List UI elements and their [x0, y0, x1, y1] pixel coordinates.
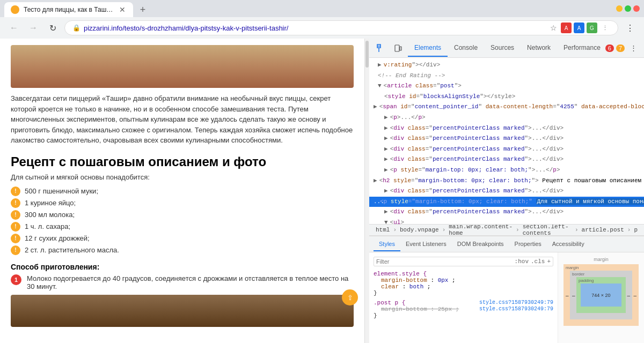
tree-row-selected[interactable]: ... <p style="margin-bottom: 0px; clear:…: [369, 197, 644, 207]
tab-styles[interactable]: Styles: [374, 237, 400, 251]
tab-performance[interactable]: Performance: [557, 40, 603, 57]
style-source-1[interactable]: style.css?1587930249:79: [479, 306, 553, 312]
lock-icon: 🔒: [72, 24, 80, 32]
extension-icon-3[interactable]: G: [587, 23, 597, 33]
breadcrumb-html[interactable]: html: [374, 226, 392, 234]
step-text-1: Молоко подогревается до 40 градусов, сое…: [27, 274, 354, 290]
food-image-bottom: [11, 295, 354, 327]
tree-row-p1[interactable]: ▶ <p>...</p>: [369, 113, 644, 123]
pseudo-filter-button[interactable]: :hov: [515, 258, 529, 265]
styles-panel: :hov .cls + element.style { margin-botto…: [369, 252, 558, 343]
style-block-post-p: .post p { style.css?1587930249:79 margin…: [374, 300, 553, 319]
tree-row-1[interactable]: ▶ v:rating"></div>: [369, 60, 644, 71]
new-tab-button[interactable]: +: [135, 2, 150, 17]
box-model-diagram: margin – – border – –: [564, 264, 639, 326]
filter-input[interactable]: [376, 258, 513, 265]
bookmark-icon[interactable]: ☆: [548, 23, 559, 33]
article-title: Рецепт с пошаговым описанием и фото: [11, 153, 354, 170]
tree-row-article[interactable]: ▼ <article class="post">: [369, 81, 644, 92]
devtools-menu-button[interactable]: ⋮: [627, 42, 640, 55]
inspect-element-button[interactable]: [374, 41, 389, 56]
error-badge: 6: [605, 44, 614, 52]
back-button[interactable]: ←: [6, 20, 21, 35]
step-1: 1 Молоко подогревается до 40 градусов, с…: [11, 274, 354, 290]
content-size: 744 × 20: [591, 293, 610, 298]
breadcrumb-body[interactable]: body.vnpage: [398, 226, 441, 234]
cls-filter-button[interactable]: .cls: [531, 258, 545, 265]
forward-button[interactable]: →: [26, 20, 41, 35]
ingredient-item: 1 куриное яйцо;: [11, 197, 354, 209]
webpage-content: Завсегдатаи сети пиццерий «Тaшир» давно …: [0, 39, 365, 343]
tab-close-button[interactable]: ✕: [118, 5, 127, 14]
tab-dom-breakpoints[interactable]: DOM Breakpoints: [452, 237, 509, 251]
method-title: Способ приготовления:: [11, 263, 354, 271]
tree-row-p-style1[interactable]: ▶ <p style="margin-top: 0px; clear: both…: [369, 165, 644, 176]
style-source-link[interactable]: style.css?1587930249:79: [479, 300, 553, 305]
extension-icon-1[interactable]: A: [561, 23, 572, 33]
tree-row-div6[interactable]: ▶ <div class="percentPointerClass marked…: [369, 207, 644, 218]
ingredient-icon-2: [11, 198, 20, 208]
reload-button[interactable]: ↻: [45, 20, 60, 35]
tab-event-listeners[interactable]: Event Listeners: [400, 237, 452, 251]
ingredient-icon-5: [11, 234, 20, 243]
margin-label: margin: [566, 265, 579, 270]
tree-row-style[interactable]: <style id="blocksAlignStyle"></style>: [369, 92, 644, 102]
tree-row-comment[interactable]: <!-- End Rating -->: [369, 71, 644, 81]
warning-badge: 7: [616, 44, 625, 52]
devtools-panel: Elements Console Sources Network Perform…: [369, 39, 644, 343]
tree-row-span[interactable]: ▶ <span id="content_pointer_id" data-con…: [369, 102, 644, 113]
minimize-button[interactable]: [616, 5, 623, 12]
tab-accessibility[interactable]: Accessibility: [547, 237, 590, 251]
svg-rect-3: [395, 45, 399, 51]
maximize-button[interactable]: [625, 5, 631, 12]
device-icon: [394, 44, 402, 53]
address-input[interactable]: 🔒 pizzarini.info/testo/s-drozhzhami/dlya…: [64, 20, 618, 35]
svg-rect-4: [400, 47, 401, 50]
breadcrumb-main[interactable]: main.wrap.content-home: [447, 224, 515, 236]
menu-button[interactable]: ⋮: [623, 20, 638, 35]
tree-row-div4[interactable]: ▶ <div class="percentPointerClass marked…: [369, 154, 644, 165]
extension-icon-2[interactable]: A: [574, 23, 584, 33]
elements-tree[interactable]: ▶ v:rating"></div> <!-- End Rating --> ▼…: [369, 58, 644, 224]
device-toggle-button[interactable]: [391, 41, 406, 56]
browser-window: Тесто для пиццы, как в Ташире ✕ + ← → ↻ …: [0, 0, 644, 343]
style-block-element: element.style { margin-bottom : 0px ; cl…: [374, 271, 553, 296]
breadcrumb-article[interactable]: article.post: [580, 226, 626, 234]
tab-console[interactable]: Console: [448, 40, 484, 57]
breadcrumb-p[interactable]: p: [632, 226, 640, 234]
ingredient-text-4: 1 ч. л. сахара;: [25, 222, 70, 230]
border-right-value: –: [627, 292, 630, 298]
breadcrumb-section[interactable]: section.left-contents: [521, 224, 574, 236]
padding-label: padding: [579, 278, 594, 283]
close-button[interactable]: [633, 5, 640, 12]
margin-box: margin – – border – –: [564, 264, 639, 326]
tab-properties[interactable]: Properties: [509, 237, 547, 251]
ingredient-icon-1: [11, 187, 20, 196]
add-style-button[interactable]: +: [547, 258, 551, 265]
webpage-scrollbar[interactable]: [365, 39, 369, 343]
tab-bar: Тесто для пиццы, как в Ташире ✕ +: [4, 0, 612, 17]
ingredient-icon-6: [11, 245, 20, 255]
style-selector-post-p: .post p {: [374, 300, 405, 306]
webpage-scrollbar-thumb[interactable]: [365, 41, 369, 68]
ingredient-text-2: 1 куриное яйцо;: [25, 199, 76, 207]
scroll-up-button[interactable]: ⇧: [342, 289, 358, 305]
border-label: border: [572, 272, 584, 277]
active-tab[interactable]: Тесто для пиццы, как в Ташире ✕: [4, 2, 133, 17]
step-number-1: 1: [11, 274, 21, 285]
tab-network[interactable]: Network: [521, 40, 557, 57]
tree-row-ul[interactable]: ▼ <ul>: [369, 218, 644, 224]
tree-row-div2[interactable]: ▶ <div class="percentPointerClass marked…: [369, 133, 644, 144]
tab-sources[interactable]: Sources: [484, 40, 521, 57]
title-bar: Тесто для пиццы, как в Ташире ✕ +: [0, 0, 644, 17]
tree-row-div3[interactable]: ▶ <div class="percentPointerClass marked…: [369, 144, 644, 155]
tree-row-div5[interactable]: ▶ <div class="percentPointerClass marked…: [369, 186, 644, 197]
tree-row-div1[interactable]: ▶ <div class="percentPointerClass marked…: [369, 123, 644, 134]
address-text: pizzarini.info/testo/s-drozhzhami/dlya-p…: [84, 24, 545, 32]
ingredient-text-3: 300 мл молока;: [25, 211, 75, 219]
extensions-menu-icon[interactable]: ⋮: [599, 23, 610, 33]
article-subtitle: Для сытной и мягкой основы понадобится:: [11, 173, 354, 181]
tab-elements[interactable]: Elements: [408, 40, 448, 57]
tree-row-h2[interactable]: ▶ <h2 style="margin-bottom: 0px; clear: …: [369, 176, 644, 187]
bottom-panel: Styles Event Listeners DOM Breakpoints P…: [369, 236, 644, 343]
